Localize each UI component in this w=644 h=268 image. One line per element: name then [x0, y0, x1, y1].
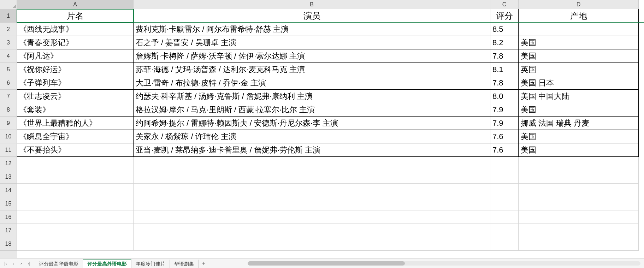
- cell-D16[interactable]: [519, 210, 639, 224]
- cell-D7[interactable]: 美国 中国大陆: [519, 90, 639, 103]
- row-header-12[interactable]: 12: [0, 157, 17, 170]
- cell-B1[interactable]: 演员: [134, 9, 490, 23]
- cell-A10[interactable]: 《瞬息全宇宙》: [17, 130, 134, 143]
- cell-A15[interactable]: [17, 197, 134, 210]
- cell-A3[interactable]: 《青春变形记》: [17, 36, 134, 49]
- cell-A6[interactable]: 《子弹列车》: [17, 76, 134, 90]
- nav-prev-button[interactable]: ‹: [10, 260, 17, 267]
- row-header-15[interactable]: 15: [0, 197, 17, 210]
- cell-D6[interactable]: 美国 日本: [519, 76, 639, 90]
- column-header-B[interactable]: B: [134, 0, 490, 9]
- cell-A1[interactable]: 片名: [17, 9, 134, 23]
- cell-D5[interactable]: 英国: [519, 63, 639, 76]
- sheet-tab-0[interactable]: 评分最高华语电影: [35, 260, 83, 268]
- cell-B13[interactable]: [134, 170, 490, 184]
- cell-D17[interactable]: [519, 224, 639, 237]
- row-header-9[interactable]: 9: [0, 117, 17, 130]
- row-header-11[interactable]: 11: [0, 143, 17, 157]
- cell-D11[interactable]: 美国: [519, 143, 639, 157]
- nav-next-button[interactable]: ›: [18, 260, 25, 267]
- cell-B7[interactable]: 约瑟夫·科辛斯基 / 汤姆·克鲁斯 / 詹妮弗·康纳利 主演: [134, 90, 490, 103]
- cell-C2[interactable]: 8.5: [490, 23, 519, 36]
- cell-C13[interactable]: [490, 170, 519, 184]
- cell-C6[interactable]: 7.8: [490, 76, 519, 90]
- cell-D15[interactable]: [519, 197, 639, 210]
- cell-A9[interactable]: 《世界上最糟糕的人》: [17, 117, 134, 130]
- cell-B9[interactable]: 约阿希姆·提尔 / 雷娜特·赖因斯夫 / 安德斯·丹尼尔森·李 主演: [134, 117, 490, 130]
- cell-A18[interactable]: [17, 237, 134, 251]
- cell-D12[interactable]: [519, 157, 639, 170]
- row-header-2[interactable]: 2: [0, 23, 17, 36]
- cell-D9[interactable]: 挪威 法国 瑞典 丹麦: [519, 117, 639, 130]
- cell-D2[interactable]: [519, 23, 639, 36]
- row-header-17[interactable]: 17: [0, 224, 17, 237]
- cell-C14[interactable]: [490, 184, 519, 197]
- cell-B12[interactable]: [134, 157, 490, 170]
- row-header-4[interactable]: 4: [0, 49, 17, 63]
- cell-C4[interactable]: 7.8: [490, 49, 519, 63]
- cell-C12[interactable]: [490, 157, 519, 170]
- cell-D10[interactable]: 美国: [519, 130, 639, 143]
- cell-C16[interactable]: [490, 210, 519, 224]
- row-header-16[interactable]: 16: [0, 210, 17, 224]
- cell-C1[interactable]: 评分: [490, 9, 519, 23]
- cell-A4[interactable]: 《阿凡达》: [17, 49, 134, 63]
- sheet-tab-3[interactable]: 华语剧集: [170, 260, 199, 268]
- cell-B2[interactable]: 费利克斯·卡默雷尔 / 阿尔布雷希特·舒赫 主演: [134, 23, 490, 36]
- cell-B8[interactable]: 格拉汉姆·摩尔 / 马克·里朗斯 / 西蒙·拉塞尔·比尔 主演: [134, 103, 490, 117]
- cell-B11[interactable]: 亚当·麦凯 / 莱昂纳多·迪卡普里奥 / 詹妮弗·劳伦斯 主演: [134, 143, 490, 157]
- cell-D14[interactable]: [519, 184, 639, 197]
- cell-D8[interactable]: 美国: [519, 103, 639, 117]
- sheet-tab-2[interactable]: 年度冷门佳片: [131, 260, 170, 268]
- cell-B15[interactable]: [134, 197, 490, 210]
- row-header-10[interactable]: 10: [0, 130, 17, 143]
- cell-C8[interactable]: 7.9: [490, 103, 519, 117]
- row-header-8[interactable]: 8: [0, 103, 17, 117]
- column-header-C[interactable]: C: [490, 0, 519, 9]
- row-header-14[interactable]: 14: [0, 184, 17, 197]
- cell-A16[interactable]: [17, 210, 134, 224]
- cell-A5[interactable]: 《祝你好运》: [17, 63, 134, 76]
- cell-B17[interactable]: [134, 224, 490, 237]
- row-header-7[interactable]: 7: [0, 90, 17, 103]
- cell-C5[interactable]: 8.1: [490, 63, 519, 76]
- cell-B4[interactable]: 詹姆斯·卡梅隆 / 萨姆·沃辛顿 / 佐伊·索尔达娜 主演: [134, 49, 490, 63]
- column-header-A[interactable]: A: [17, 0, 134, 9]
- row-header-18[interactable]: 18: [0, 237, 17, 251]
- horizontal-scroll-thumb[interactable]: [248, 261, 405, 266]
- row-header-1[interactable]: 1: [0, 9, 17, 23]
- cell-C10[interactable]: 7.6: [490, 130, 519, 143]
- cell-B6[interactable]: 大卫·雷奇 / 布拉德·皮特 / 乔伊·金 主演: [134, 76, 490, 90]
- select-all-corner[interactable]: [0, 0, 17, 9]
- cell-A7[interactable]: 《壮志凌云》: [17, 90, 134, 103]
- cell-D18[interactable]: [519, 237, 639, 251]
- cell-A12[interactable]: [17, 157, 134, 170]
- cell-B14[interactable]: [134, 184, 490, 197]
- row-header-3[interactable]: 3: [0, 36, 17, 49]
- cell-C7[interactable]: 8.0: [490, 90, 519, 103]
- cell-B3[interactable]: 石之予 / 姜晋安 / 吴珊卓 主演: [134, 36, 490, 49]
- nav-last-button[interactable]: ›|: [25, 260, 33, 267]
- cell-C18[interactable]: [490, 237, 519, 251]
- column-header-D[interactable]: D: [519, 0, 639, 9]
- cell-D3[interactable]: 美国: [519, 36, 639, 49]
- row-header-5[interactable]: 5: [0, 63, 17, 76]
- cell-B10[interactable]: 关家永 / 杨紫琼 / 许玮伦 主演: [134, 130, 490, 143]
- horizontal-scrollbar[interactable]: [248, 261, 640, 266]
- cell-C15[interactable]: [490, 197, 519, 210]
- row-header-6[interactable]: 6: [0, 76, 17, 90]
- cell-B18[interactable]: [134, 237, 490, 251]
- cell-C17[interactable]: [490, 224, 519, 237]
- cell-B5[interactable]: 苏菲·海德 / 艾玛·汤普森 / 达利尔·麦克科马克 主演: [134, 63, 490, 76]
- cell-A14[interactable]: [17, 184, 134, 197]
- cell-C11[interactable]: 7.6: [490, 143, 519, 157]
- row-header-13[interactable]: 13: [0, 170, 17, 184]
- add-sheet-button[interactable]: +: [199, 259, 209, 268]
- cell-B16[interactable]: [134, 210, 490, 224]
- nav-first-button[interactable]: |‹: [2, 260, 9, 267]
- cell-A11[interactable]: 《不要抬头》: [17, 143, 134, 157]
- cell-C3[interactable]: 8.2: [490, 36, 519, 49]
- cell-D1[interactable]: 产地: [519, 9, 639, 23]
- cell-A17[interactable]: [17, 224, 134, 237]
- cell-A2[interactable]: 《西线无战事》: [17, 23, 134, 36]
